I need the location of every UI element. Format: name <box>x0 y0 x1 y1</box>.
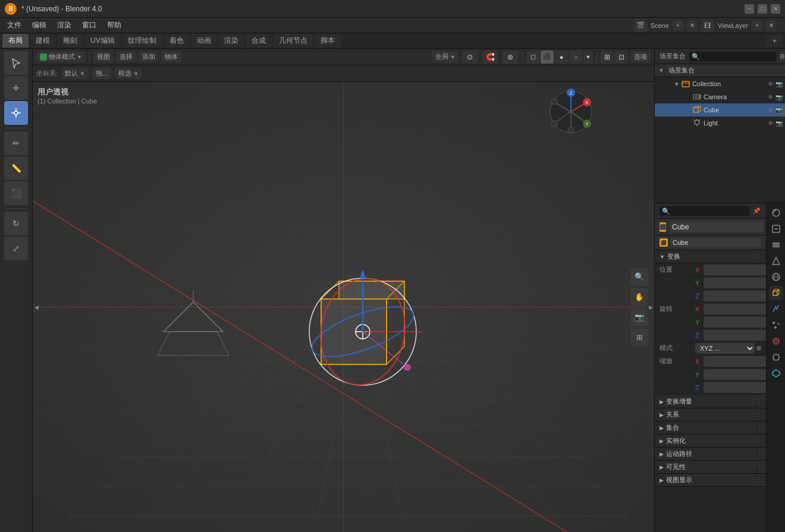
overlay-toggle[interactable]: ⊞ <box>601 51 614 64</box>
motion-path-section[interactable]: ▶ 运动路径 ⋮⋮ <box>655 448 766 461</box>
data-props-icon[interactable] <box>769 366 783 380</box>
menu-help[interactable]: 帮助 <box>102 19 126 32</box>
light-visibility[interactable]: 👁 <box>768 120 774 127</box>
scale-z-input[interactable] <box>704 382 766 393</box>
pos-z-input[interactable] <box>704 291 766 301</box>
snapping-toggle[interactable]: 🧲 <box>482 51 498 64</box>
menu-edit[interactable]: 编辑 <box>27 19 51 32</box>
camera-render[interactable]: 📷 <box>775 94 783 100</box>
constraints-props-icon[interactable] <box>769 350 783 364</box>
cube-visibility[interactable]: 👁 <box>768 107 774 114</box>
world-props-icon[interactable] <box>769 270 783 284</box>
visibility-section[interactable]: ▶ 可见性 ⋮⋮ <box>655 461 766 474</box>
shading-solid[interactable]: ⬛ <box>541 51 554 64</box>
properties-pin[interactable]: 📌 <box>752 206 761 216</box>
tab-texture-paint[interactable]: 纹理绘制 <box>122 34 162 48</box>
output-props-icon[interactable] <box>769 222 783 236</box>
options-button[interactable]: 选项 <box>630 51 651 62</box>
scene-3d[interactable]: 用户透视 (1) Collection | Cube Z X <box>33 82 654 532</box>
outliner-search[interactable] <box>689 52 776 61</box>
hand-tool[interactable]: ✋ <box>630 288 648 306</box>
rotate-tool[interactable]: ↻ <box>4 212 28 235</box>
physics-props-icon[interactable] <box>769 334 783 348</box>
particles-props-icon[interactable] <box>769 318 783 332</box>
render-props-icon[interactable] <box>769 206 783 220</box>
shading-options[interactable]: ▼ <box>583 51 593 64</box>
pivot-selector[interactable]: ⊙ <box>461 51 478 64</box>
global-select[interactable]: 全局 ▼ <box>432 51 459 62</box>
annotate-tool[interactable]: ✏ <box>4 131 28 155</box>
camera-view[interactable]: 📷 <box>630 309 648 326</box>
camera-visibility[interactable]: 👁 <box>768 94 774 100</box>
add-menu[interactable]: 添加 <box>139 51 159 62</box>
pos-x-input[interactable] <box>704 265 766 275</box>
close-button[interactable]: ✕ <box>771 4 780 14</box>
collection-render[interactable]: 📷 <box>775 81 783 87</box>
transform-section-header[interactable]: ▼ 变换 ⋮⋮ <box>655 250 766 263</box>
shading-wireframe[interactable]: ◻ <box>526 51 539 64</box>
drag-button[interactable]: 拖... <box>92 68 111 79</box>
tab-sculpting[interactable]: 雕刻 <box>57 34 83 48</box>
select-box[interactable]: 框选 ▼ <box>115 68 142 79</box>
shading-material[interactable]: ● <box>555 51 568 64</box>
viewport-mode-selector[interactable]: 物体模式 ▼ <box>36 51 86 62</box>
3d-viewport[interactable]: 用户透视 (1) Collection | Cube Z X <box>33 82 654 532</box>
view-menu[interactable]: 视图 <box>93 51 114 62</box>
camera-outliner-item[interactable]: Camera 👁 📷 <box>655 90 785 103</box>
relations-section[interactable]: ▶ 关系 ⋮⋮ <box>655 408 766 421</box>
object-menu[interactable]: 物体 <box>161 51 181 62</box>
tab-rendering[interactable]: 渲染 <box>218 34 244 48</box>
tab-layout[interactable]: 布局 <box>2 34 29 48</box>
collection-visibility[interactable]: 👁 <box>768 81 774 87</box>
scene-selector[interactable]: 🎬 <box>634 19 647 32</box>
tab-animation[interactable]: 动画 <box>191 34 217 48</box>
modifier-props-icon[interactable] <box>769 302 783 316</box>
minimize-button[interactable]: − <box>745 4 754 14</box>
viewport-display-section[interactable]: ▶ 视图显示 ⋮⋮ <box>655 474 766 487</box>
outliner-filter[interactable]: ⊟ <box>780 51 784 62</box>
tab-shading[interactable]: 着色 <box>164 34 190 48</box>
zoom-in-button[interactable]: 🔍 <box>630 268 648 286</box>
menu-render[interactable]: 渲染 <box>52 19 76 32</box>
scale-tool[interactable]: ⤢ <box>4 237 28 260</box>
tab-add[interactable]: + <box>767 35 783 47</box>
scene-remove[interactable]: ✕ <box>687 20 698 31</box>
rot-x-input[interactable] <box>704 304 766 314</box>
add-cube-tool[interactable]: ⬛ <box>4 181 28 205</box>
view-layer-remove[interactable]: ✕ <box>766 20 777 31</box>
cursor-tool[interactable] <box>4 51 28 75</box>
light-outliner-item[interactable]: Light 👁 📷 <box>655 117 785 130</box>
tab-geometry-nodes[interactable]: 几何节点 <box>273 34 313 48</box>
transform-delta-section[interactable]: ▶ 变换增量 ⋮⋮ <box>655 395 766 408</box>
cube-render[interactable]: 📷 <box>775 107 783 114</box>
pos-y-input[interactable] <box>704 278 766 288</box>
navigation-gizmo[interactable]: Z X Y <box>547 88 595 136</box>
xray-toggle[interactable]: ⊡ <box>615 51 628 64</box>
left-panel-collapse[interactable]: ◀ <box>33 298 40 316</box>
mesh-name-input[interactable] <box>670 238 761 247</box>
maximize-button[interactable]: □ <box>758 4 767 14</box>
light-render[interactable]: 📷 <box>775 120 783 127</box>
instancing-section[interactable]: ▶ 实例化 ⋮⋮ <box>655 435 766 448</box>
view-layer-props-icon[interactable] <box>769 238 783 252</box>
rot-z-input[interactable] <box>704 330 766 341</box>
object-name-input[interactable] <box>670 222 764 232</box>
move-tool[interactable]: ✛ <box>4 76 28 100</box>
tab-scripting[interactable]: 脚本 <box>315 34 341 48</box>
scale-x-input[interactable] <box>704 356 766 367</box>
coord-system[interactable]: 默认 ▼ <box>61 68 89 79</box>
collection-item[interactable]: ▼ Collection 👁 📷 <box>655 77 785 90</box>
right-panel-collapse[interactable]: ▶ <box>647 298 654 316</box>
scene-options[interactable]: + <box>673 20 683 31</box>
tab-modeling[interactable]: 建模 <box>30 34 56 48</box>
view-layer-selector[interactable]: 🎞 <box>701 19 714 32</box>
proportional-edit[interactable]: ⊚ <box>502 51 519 64</box>
scale-y-input[interactable] <box>704 369 766 380</box>
measure-tool[interactable]: 📏 <box>4 156 28 180</box>
menu-file[interactable]: 文件 <box>2 19 26 32</box>
object-props-icon[interactable] <box>769 286 783 300</box>
frame-all[interactable]: ⊞ <box>630 329 648 347</box>
tab-compositing[interactable]: 合成 <box>246 34 272 48</box>
rotation-mode-select[interactable]: XYZ ... XZY ... YXZ ... YZX ... ZXY ... … <box>695 343 755 354</box>
properties-search[interactable] <box>660 206 749 216</box>
